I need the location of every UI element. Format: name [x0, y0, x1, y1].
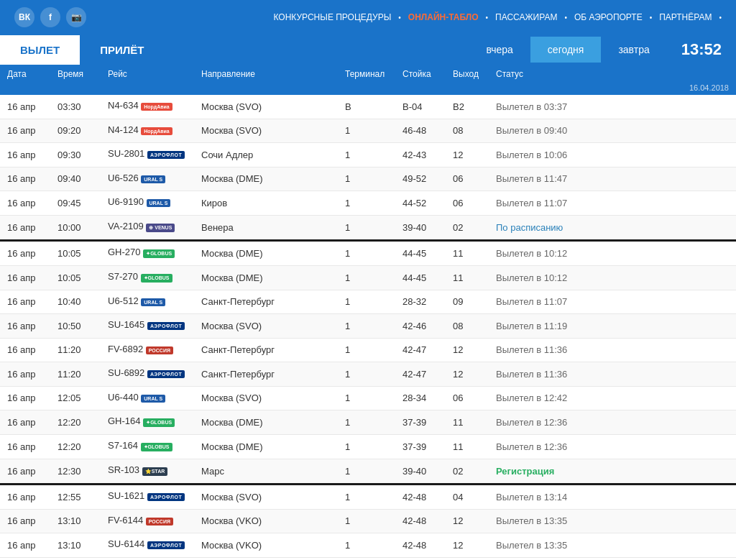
flight-date: 16 апр [7, 101, 58, 112]
flight-gate: 06 [453, 173, 496, 184]
flight-direction: Санкт-Петербург [201, 296, 345, 307]
table-row[interactable]: 16 апр 11:20 FV-6892 РОССИЯ Санкт-Петерб… [0, 339, 736, 363]
table-row[interactable]: 16 апр 13:10 SU-6144 АЭРОФЛОТ Москва (VK… [0, 533, 736, 558]
flight-stand: 42-48 [402, 515, 453, 526]
flight-terminal: 1 [345, 492, 402, 502]
tab-bar: ВЫЛЕТ ПРИЛЁТ вчера сегодня завтра 13:52 [0, 35, 736, 65]
flight-terminal: 1 [345, 466, 402, 477]
flight-date: 16 апр [7, 222, 58, 233]
tab-arrival[interactable]: ПРИЛЁТ [80, 35, 164, 65]
flight-gate: 06 [453, 198, 496, 208]
flight-gate: 12 [453, 369, 496, 380]
flight-number: S7-164 ✦GLOBUS [108, 440, 201, 454]
flight-gate: 09 [453, 296, 496, 307]
table-row[interactable]: 16 апр 10:05 GH-270 ✦GLOBUS Москва (DME)… [0, 242, 736, 266]
flight-stand: 44-45 [402, 248, 453, 259]
flight-number: U6-440 URAL S [108, 392, 201, 405]
time-navigation: вчера сегодня завтра [469, 37, 666, 63]
col-direction: Направление [201, 69, 345, 79]
table-row[interactable]: 16 апр 10:50 SU-1645 АЭРОФЛОТ Москва (SV… [0, 314, 736, 339]
nav-konkurs[interactable]: КОНКУРСНЫЕ ПРОЦЕДУРЫ [270, 11, 394, 24]
col-terminal: Терминал [345, 69, 402, 79]
table-row[interactable]: 16 апр 03:30 N4-634 НордАвиа Москва (SVO… [0, 95, 736, 119]
flight-direction: Москва (SVO) [201, 101, 345, 112]
nav-partners[interactable]: ПАРТНЁРАМ [656, 11, 714, 24]
flight-status: Вылетел в 13:35 [496, 515, 729, 526]
flight-time: 09:20 [58, 125, 108, 136]
flight-gate: 11 [453, 441, 496, 452]
flight-direction: Сочи Адлер [201, 150, 345, 160]
col-date: Дата [7, 69, 58, 79]
flight-date: 16 апр [7, 466, 58, 477]
flight-stand: 44-45 [402, 272, 453, 283]
col-stand: Стойка [402, 69, 453, 79]
nav-passengers[interactable]: ПАССАЖИРАМ [492, 11, 560, 24]
flight-terminal: 1 [345, 393, 402, 403]
flight-stand: 49-52 [402, 173, 453, 184]
table-row[interactable]: 16 апр 09:30 SU-2801 АЭРОФЛОТ Сочи Адлер… [0, 143, 736, 167]
table-row[interactable]: 16 апр 09:20 N4-124 НордАвиа Москва (SVO… [0, 119, 736, 144]
flight-terminal: B [345, 101, 402, 112]
flight-status: Вылетел в 09:40 [496, 125, 729, 136]
table-row[interactable]: 16 апр 12:05 U6-440 URAL S Москва (SVO) … [0, 387, 736, 411]
col-gate: Выход [453, 69, 496, 79]
tomorrow-btn[interactable]: завтра [601, 37, 666, 63]
table-row[interactable]: 16 апр 10:40 U6-512 URAL S Санкт-Петербу… [0, 290, 736, 315]
today-btn[interactable]: сегодня [530, 37, 602, 63]
tab-departure[interactable]: ВЫЛЕТ [0, 35, 80, 65]
flight-stand: 46-48 [402, 125, 453, 136]
flight-time: 09:45 [58, 198, 108, 208]
flight-terminal: 1 [345, 540, 402, 551]
flight-stand: B-04 [402, 101, 453, 112]
flight-terminal: 1 [345, 369, 402, 380]
table-header: Дата Время Рейс Направление Терминал Сто… [0, 65, 736, 83]
fb-icon[interactable]: f [40, 7, 60, 27]
flight-terminal: 1 [345, 441, 402, 452]
col-time: Время [58, 69, 108, 79]
yesterday-btn[interactable]: вчера [469, 37, 530, 63]
table-row[interactable]: 16 апр 12:20 S7-164 ✦GLOBUS Москва (DME)… [0, 435, 736, 459]
nav-online-tablo[interactable]: ОНЛАЙН-ТАБЛО [405, 11, 482, 24]
flight-date: 16 апр [7, 125, 58, 136]
vk-icon[interactable]: ВК [14, 7, 34, 27]
flight-stand: 42-47 [402, 369, 453, 380]
flight-number: GH-164 ✦GLOBUS [108, 416, 201, 429]
flight-status: Вылетел в 12:36 [496, 417, 729, 428]
flight-stand: 37-39 [402, 417, 453, 428]
table-row[interactable]: 16 апр 12:55 SU-1621 АЭРОФЛОТ Москва (SV… [0, 485, 736, 510]
nav-dot-2: • [486, 14, 489, 22]
flight-table: 16 апр 03:30 N4-634 НордАвиа Москва (SVO… [0, 95, 736, 558]
table-row[interactable]: 16 апр 09:40 U6-526 URAL S Москва (DME) … [0, 167, 736, 192]
flight-number: FV-6892 РОССИЯ [108, 344, 201, 357]
flight-status: Вылетел в 10:12 [496, 272, 729, 283]
flight-gate: 04 [453, 492, 496, 502]
flight-direction: Москва (VKO) [201, 515, 345, 526]
table-row[interactable]: 16 апр 10:05 S7-270 ✦GLOBUS Москва (DME)… [0, 266, 736, 290]
table-row[interactable]: 16 апр 12:30 SR-103 ⭐STAR Марс 1 39-40 0… [0, 459, 736, 485]
flight-number: FV-6144 РОССИЯ [108, 515, 201, 528]
flight-stand: 39-40 [402, 466, 453, 477]
flight-date: 16 апр [7, 417, 58, 428]
flight-date: 16 апр [7, 515, 58, 526]
table-row[interactable]: 16 апр 13:10 FV-6144 РОССИЯ Москва (VKO)… [0, 510, 736, 534]
table-row[interactable]: 16 апр 11:20 SU-6892 АЭРОФЛОТ Санкт-Пете… [0, 362, 736, 387]
ig-icon[interactable]: 📷 [66, 7, 86, 27]
flight-number: SU-1645 АЭРОФЛОТ [108, 319, 201, 333]
flight-stand: 44-52 [402, 198, 453, 208]
flight-status: Вылетел в 12:36 [496, 441, 729, 452]
flight-gate: 11 [453, 248, 496, 259]
flight-gate: 02 [453, 222, 496, 233]
table-row[interactable]: 16 апр 10:00 VA-2109 ⊕ VENUS Венера 1 39… [0, 216, 736, 242]
flight-status: Регистрация [496, 466, 729, 477]
flight-direction: Санкт-Петербург [201, 344, 345, 355]
flight-date: 16 апр [7, 540, 58, 551]
flight-gate: 12 [453, 515, 496, 526]
flight-number: VA-2109 ⊕ VENUS [108, 221, 201, 234]
table-row[interactable]: 16 апр 09:45 U6-9190 URAL S Киров 1 44-5… [0, 191, 736, 216]
flight-gate: 08 [453, 321, 496, 331]
flight-terminal: 1 [345, 515, 402, 526]
flight-status: По расписанию [496, 222, 729, 233]
table-row[interactable]: 16 апр 12:20 GH-164 ✦GLOBUS Москва (DME)… [0, 410, 736, 435]
nav-about[interactable]: ОБ АЭРОПОРТЕ [571, 11, 645, 24]
top-navigation: ВК f 📷 КОНКУРСНЫЕ ПРОЦЕДУРЫ • ОНЛАЙН-ТАБ… [0, 0, 736, 35]
